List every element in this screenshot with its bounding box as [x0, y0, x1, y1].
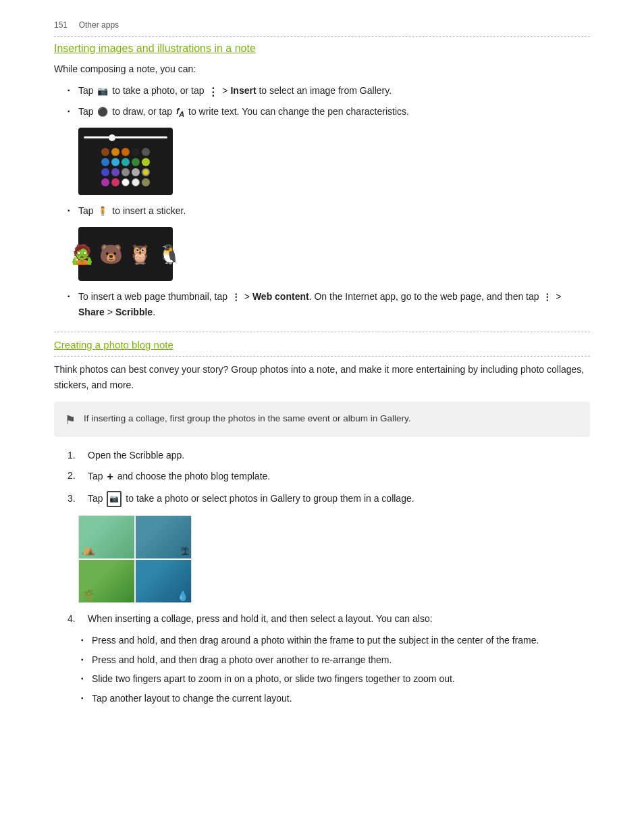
menu-icon: ⋮ [208, 84, 218, 100]
color-olive [142, 178, 150, 186]
bullet-webpage: To insert a web page thumbnail, tap ⋮ > … [68, 289, 590, 319]
color-magenta [101, 178, 109, 186]
sub-bullet-1: Press and hold, and then drag around a p… [81, 633, 590, 648]
plus-icon: + [107, 468, 113, 486]
step-4-text: When inserting a collage, press and hold… [88, 611, 433, 626]
step-1: 1. Open the Scribble app. [68, 448, 590, 463]
step-1-num: 1. [68, 448, 81, 463]
collage-image [78, 515, 192, 603]
section2-wrapper: Creating a photo blog note [54, 332, 590, 350]
bullet-sticker: Tap 🧍 to insert a sticker. [68, 203, 590, 219]
step-3-content: Tap 📷 to take a photo or select photos i… [88, 491, 414, 507]
color-lightblue [111, 158, 119, 166]
share-label: Share [78, 307, 105, 317]
menu-icon-2: ⋮ [232, 290, 240, 305]
note-box-text: If inserting a collage, first group the … [84, 411, 411, 426]
sticker-figure-1: 🧟 [70, 243, 94, 265]
section2-title: Creating a photo blog note [54, 339, 590, 350]
webpage-bullet-list: To insert a web page thumbnail, tap ⋮ > … [68, 289, 590, 319]
sub-bullet-list: Press and hold, and then drag around a p… [81, 633, 590, 706]
section1-intro: While composing a note, you can: [54, 61, 590, 76]
scribble-label: Scribble [115, 307, 153, 317]
step-3: 3. Tap 📷 to take a photo or select photo… [68, 491, 590, 507]
page-category: Other apps [79, 20, 119, 30]
color-darkgray [142, 148, 150, 156]
steps-list: 1. Open the Scribble app. 2. Tap + and c… [68, 448, 590, 507]
camera-collage-icon: 📷 [107, 491, 122, 507]
insert-label: Insert [230, 85, 256, 96]
step-2-num: 2. [68, 468, 81, 486]
color-orange [111, 148, 119, 156]
brush-row [84, 136, 167, 138]
collage-cell-2 [136, 516, 191, 558]
color-teal [122, 158, 130, 166]
sub-bullet-2: Press and hold, and then drag a photo ov… [81, 652, 590, 667]
collage-cell-4 [136, 560, 191, 602]
color-green [132, 158, 140, 166]
step-2-content: Tap + and choose the photo blog template… [88, 468, 270, 486]
flag-icon: ⚑ [65, 413, 76, 427]
palette-row-2 [101, 158, 150, 166]
drawing-palette-block [78, 128, 590, 195]
sticker-image-block: 🧟 🐻 🦉 🐧 [78, 227, 590, 281]
sticker-image: 🧟 🐻 🦉 🐧 [78, 227, 173, 281]
color-white [122, 178, 130, 186]
color-black [132, 148, 140, 156]
draw-icon: ⚫ [97, 105, 108, 120]
color-purple [111, 168, 119, 176]
page-number: 151 [54, 20, 68, 30]
sub-bullet-3: Slide two fingers apart to zoom in on a … [81, 671, 590, 686]
note-box: ⚑ If inserting a collage, first group th… [54, 402, 590, 437]
sticker-figure-4: 🐧 [157, 243, 181, 265]
section1-bullets: Tap 📷 to take a photo, or tap ⋮ > Insert… [68, 83, 590, 120]
collage-cell-1 [79, 516, 134, 558]
brush-line [84, 136, 167, 138]
section2-divider [54, 356, 590, 357]
bullet-camera: Tap 📷 to take a photo, or tap ⋮ > Insert… [68, 83, 590, 99]
color-darkorange [122, 148, 130, 156]
page-number-line: 151 Other apps [54, 20, 590, 30]
drawing-palette [78, 128, 173, 195]
section1-title: Inserting images and illustrations in a … [54, 43, 590, 55]
sub-bullet-4: Tap another layout to change the current… [81, 691, 590, 706]
step-4: 4. When inserting a collage, press and h… [68, 611, 590, 626]
color-lime [142, 158, 150, 166]
color-lightgray [132, 168, 140, 176]
bullet-draw: Tap ⚫ to draw, or tap fA to write text. … [68, 104, 590, 120]
palette-colors [101, 148, 150, 186]
menu-icon-3: ⋮ [543, 290, 552, 305]
sticker-figure-3: 🦉 [128, 243, 152, 265]
color-offwhite [132, 178, 140, 186]
web-content-label: Web content [252, 291, 309, 302]
top-divider [54, 36, 590, 37]
collage-image-block [78, 515, 590, 603]
collage-cell-3 [79, 560, 134, 602]
color-yellow [142, 168, 150, 176]
write-icon: fA [176, 105, 184, 120]
camera-icon: 📷 [97, 84, 108, 99]
palette-row-3 [101, 168, 150, 176]
step4-list: 4. When inserting a collage, press and h… [68, 611, 590, 626]
sticker-figure-2: 🐻 [99, 243, 123, 265]
color-brown [101, 148, 109, 156]
step-4-num: 4. [68, 611, 81, 626]
step-2: 2. Tap + and choose the photo blog templ… [68, 468, 590, 486]
sticker-icon: 🧍 [97, 205, 108, 219]
color-gray [122, 168, 130, 176]
color-blue [101, 158, 109, 166]
color-indigo [101, 168, 109, 176]
brush-dot [109, 134, 115, 141]
step-1-text: Open the Scribble app. [88, 448, 184, 463]
step-3-num: 3. [68, 491, 81, 507]
palette-row-1 [101, 148, 150, 156]
section2-intro: Think photos can best convey your story?… [54, 362, 590, 392]
palette-row-4 [101, 178, 150, 186]
sticker-bullet-list: Tap 🧍 to insert a sticker. [68, 203, 590, 219]
color-pink [111, 178, 119, 186]
